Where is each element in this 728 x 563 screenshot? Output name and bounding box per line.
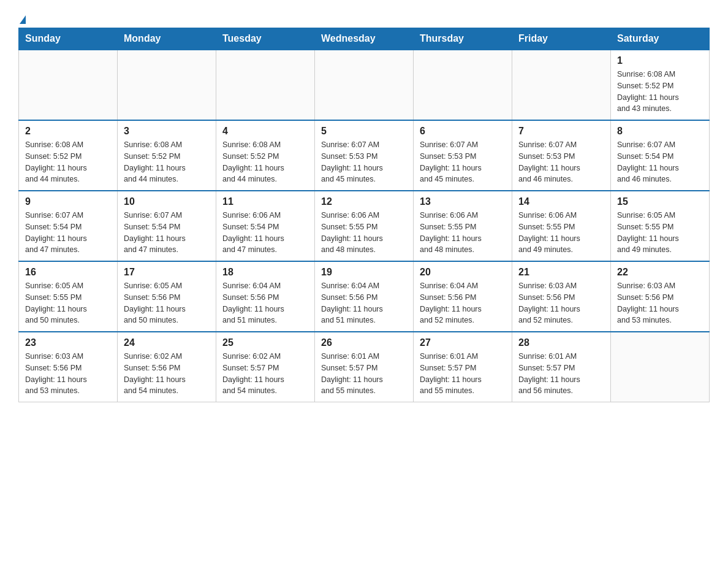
calendar-cell xyxy=(611,332,710,402)
day-number: 24 xyxy=(124,337,210,348)
day-number: 22 xyxy=(617,267,703,278)
day-number: 8 xyxy=(617,126,703,137)
calendar-cell: 24Sunrise: 6:02 AM Sunset: 5:56 PM Dayli… xyxy=(118,332,216,402)
day-info: Sunrise: 6:06 AM Sunset: 5:55 PM Dayligh… xyxy=(518,210,604,256)
logo xyxy=(18,12,26,21)
day-number: 7 xyxy=(518,126,604,137)
day-number: 4 xyxy=(222,126,308,137)
calendar-cell: 8Sunrise: 6:07 AM Sunset: 5:54 PM Daylig… xyxy=(611,120,710,191)
day-number: 10 xyxy=(124,196,210,207)
day-number: 23 xyxy=(25,337,111,348)
calendar-cell: 15Sunrise: 6:05 AM Sunset: 5:55 PM Dayli… xyxy=(611,191,710,261)
calendar-cell xyxy=(216,50,315,120)
day-info: Sunrise: 6:05 AM Sunset: 5:55 PM Dayligh… xyxy=(617,210,703,256)
calendar-cell: 23Sunrise: 6:03 AM Sunset: 5:56 PM Dayli… xyxy=(19,332,118,402)
calendar-cell: 20Sunrise: 6:04 AM Sunset: 5:56 PM Dayli… xyxy=(414,261,512,332)
weekday-header-tuesday: Tuesday xyxy=(216,28,315,50)
day-info: Sunrise: 6:02 AM Sunset: 5:56 PM Dayligh… xyxy=(124,351,210,397)
week-row-2: 2Sunrise: 6:08 AM Sunset: 5:52 PM Daylig… xyxy=(19,120,710,191)
day-info: Sunrise: 6:07 AM Sunset: 5:53 PM Dayligh… xyxy=(518,139,604,185)
calendar-cell: 3Sunrise: 6:08 AM Sunset: 5:52 PM Daylig… xyxy=(118,120,216,191)
day-info: Sunrise: 6:08 AM Sunset: 5:52 PM Dayligh… xyxy=(124,139,210,185)
day-number: 19 xyxy=(321,267,407,278)
day-number: 13 xyxy=(420,196,506,207)
calendar-cell: 10Sunrise: 6:07 AM Sunset: 5:54 PM Dayli… xyxy=(118,191,216,261)
day-info: Sunrise: 6:03 AM Sunset: 5:56 PM Dayligh… xyxy=(518,280,604,326)
day-info: Sunrise: 6:08 AM Sunset: 5:52 PM Dayligh… xyxy=(222,139,308,185)
calendar-cell: 11Sunrise: 6:06 AM Sunset: 5:54 PM Dayli… xyxy=(216,191,315,261)
calendar-cell xyxy=(118,50,216,120)
day-info: Sunrise: 6:02 AM Sunset: 5:57 PM Dayligh… xyxy=(222,351,308,397)
week-row-4: 16Sunrise: 6:05 AM Sunset: 5:55 PM Dayli… xyxy=(19,261,710,332)
day-number: 21 xyxy=(518,267,604,278)
calendar-cell: 9Sunrise: 6:07 AM Sunset: 5:54 PM Daylig… xyxy=(19,191,118,261)
calendar-cell: 13Sunrise: 6:06 AM Sunset: 5:55 PM Dayli… xyxy=(414,191,512,261)
day-number: 18 xyxy=(222,267,308,278)
day-number: 27 xyxy=(420,337,506,348)
day-number: 5 xyxy=(321,126,407,137)
calendar-cell: 2Sunrise: 6:08 AM Sunset: 5:52 PM Daylig… xyxy=(19,120,118,191)
calendar-cell: 14Sunrise: 6:06 AM Sunset: 5:55 PM Dayli… xyxy=(512,191,611,261)
day-number: 26 xyxy=(321,337,407,348)
calendar-cell xyxy=(19,50,118,120)
weekday-header-row: SundayMondayTuesdayWednesdayThursdayFrid… xyxy=(19,28,710,50)
weekday-header-thursday: Thursday xyxy=(414,28,512,50)
day-info: Sunrise: 6:08 AM Sunset: 5:52 PM Dayligh… xyxy=(617,69,703,115)
day-number: 2 xyxy=(25,126,111,137)
weekday-header-monday: Monday xyxy=(118,28,216,50)
day-number: 16 xyxy=(25,267,111,278)
calendar-cell: 17Sunrise: 6:05 AM Sunset: 5:56 PM Dayli… xyxy=(118,261,216,332)
day-number: 12 xyxy=(321,196,407,207)
day-number: 9 xyxy=(25,196,111,207)
calendar-cell: 6Sunrise: 6:07 AM Sunset: 5:53 PM Daylig… xyxy=(414,120,512,191)
day-info: Sunrise: 6:01 AM Sunset: 5:57 PM Dayligh… xyxy=(321,351,407,397)
calendar-cell: 4Sunrise: 6:08 AM Sunset: 5:52 PM Daylig… xyxy=(216,120,315,191)
calendar-cell: 27Sunrise: 6:01 AM Sunset: 5:57 PM Dayli… xyxy=(414,332,512,402)
calendar-cell: 1Sunrise: 6:08 AM Sunset: 5:52 PM Daylig… xyxy=(611,50,710,120)
day-number: 6 xyxy=(420,126,506,137)
day-info: Sunrise: 6:05 AM Sunset: 5:56 PM Dayligh… xyxy=(124,280,210,326)
calendar-cell: 16Sunrise: 6:05 AM Sunset: 5:55 PM Dayli… xyxy=(19,261,118,332)
day-info: Sunrise: 6:03 AM Sunset: 5:56 PM Dayligh… xyxy=(617,280,703,326)
calendar-cell: 12Sunrise: 6:06 AM Sunset: 5:55 PM Dayli… xyxy=(315,191,414,261)
calendar-cell: 22Sunrise: 6:03 AM Sunset: 5:56 PM Dayli… xyxy=(611,261,710,332)
day-info: Sunrise: 6:07 AM Sunset: 5:54 PM Dayligh… xyxy=(124,210,210,256)
calendar-cell: 19Sunrise: 6:04 AM Sunset: 5:56 PM Dayli… xyxy=(315,261,414,332)
day-info: Sunrise: 6:01 AM Sunset: 5:57 PM Dayligh… xyxy=(420,351,506,397)
day-info: Sunrise: 6:07 AM Sunset: 5:54 PM Dayligh… xyxy=(25,210,111,256)
calendar-cell: 21Sunrise: 6:03 AM Sunset: 5:56 PM Dayli… xyxy=(512,261,611,332)
day-info: Sunrise: 6:07 AM Sunset: 5:53 PM Dayligh… xyxy=(420,139,506,185)
calendar-cell: 5Sunrise: 6:07 AM Sunset: 5:53 PM Daylig… xyxy=(315,120,414,191)
day-info: Sunrise: 6:06 AM Sunset: 5:55 PM Dayligh… xyxy=(420,210,506,256)
day-number: 3 xyxy=(124,126,210,137)
day-number: 17 xyxy=(124,267,210,278)
weekday-header-wednesday: Wednesday xyxy=(315,28,414,50)
calendar-cell xyxy=(315,50,414,120)
day-info: Sunrise: 6:07 AM Sunset: 5:54 PM Dayligh… xyxy=(617,139,703,185)
calendar-cell xyxy=(414,50,512,120)
day-number: 20 xyxy=(420,267,506,278)
day-info: Sunrise: 6:06 AM Sunset: 5:55 PM Dayligh… xyxy=(321,210,407,256)
day-number: 14 xyxy=(518,196,604,207)
calendar-cell: 26Sunrise: 6:01 AM Sunset: 5:57 PM Dayli… xyxy=(315,332,414,402)
calendar-table: SundayMondayTuesdayWednesdayThursdayFrid… xyxy=(18,28,710,402)
calendar-cell: 7Sunrise: 6:07 AM Sunset: 5:53 PM Daylig… xyxy=(512,120,611,191)
calendar-cell: 25Sunrise: 6:02 AM Sunset: 5:57 PM Dayli… xyxy=(216,332,315,402)
weekday-header-saturday: Saturday xyxy=(611,28,710,50)
calendar-cell: 28Sunrise: 6:01 AM Sunset: 5:57 PM Dayli… xyxy=(512,332,611,402)
day-info: Sunrise: 6:04 AM Sunset: 5:56 PM Dayligh… xyxy=(321,280,407,326)
week-row-3: 9Sunrise: 6:07 AM Sunset: 5:54 PM Daylig… xyxy=(19,191,710,261)
day-info: Sunrise: 6:05 AM Sunset: 5:55 PM Dayligh… xyxy=(25,280,111,326)
day-number: 25 xyxy=(222,337,308,348)
day-number: 28 xyxy=(518,337,604,348)
weekday-header-sunday: Sunday xyxy=(19,28,118,50)
day-number: 15 xyxy=(617,196,703,207)
day-info: Sunrise: 6:07 AM Sunset: 5:53 PM Dayligh… xyxy=(321,139,407,185)
week-row-1: 1Sunrise: 6:08 AM Sunset: 5:52 PM Daylig… xyxy=(19,50,710,120)
logo-triangle-icon xyxy=(20,15,26,24)
weekday-header-friday: Friday xyxy=(512,28,611,50)
week-row-5: 23Sunrise: 6:03 AM Sunset: 5:56 PM Dayli… xyxy=(19,332,710,402)
day-info: Sunrise: 6:08 AM Sunset: 5:52 PM Dayligh… xyxy=(25,139,111,185)
day-info: Sunrise: 6:01 AM Sunset: 5:57 PM Dayligh… xyxy=(518,351,604,397)
day-info: Sunrise: 6:04 AM Sunset: 5:56 PM Dayligh… xyxy=(222,280,308,326)
